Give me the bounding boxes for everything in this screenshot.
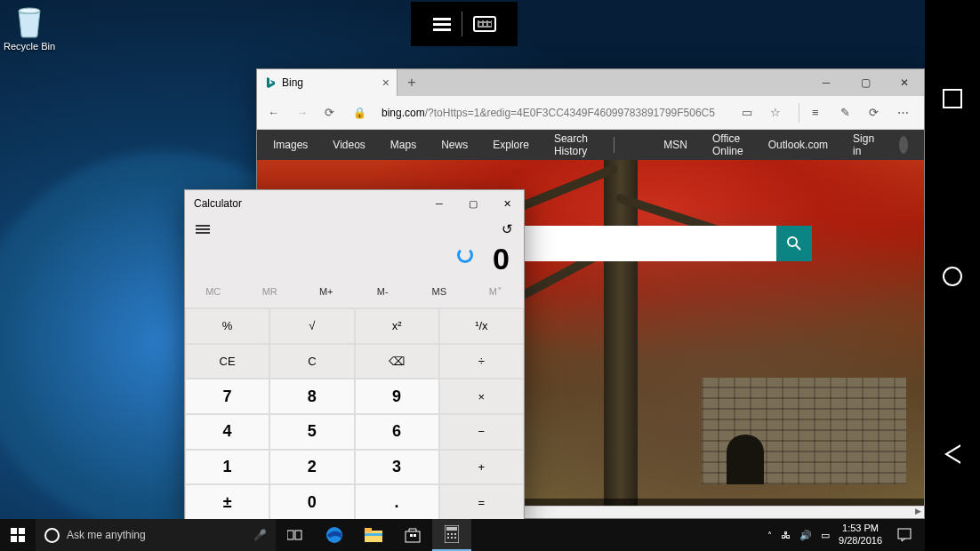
action-center-button[interactable] <box>891 519 918 551</box>
calc-ce[interactable]: CE <box>185 344 269 379</box>
taskbar-store[interactable] <box>393 519 432 551</box>
edge-close-button[interactable]: ✕ <box>885 69 924 96</box>
edge-maximize-button[interactable]: ▢ <box>846 69 885 96</box>
calc-mr[interactable]: MR <box>242 286 299 307</box>
remote-session-toolbar[interactable] <box>411 2 518 46</box>
calc-plus[interactable]: + <box>439 450 524 485</box>
separator <box>614 137 615 153</box>
taskbar-clock[interactable]: 1:53 PM 9/28/2016 <box>839 523 882 547</box>
taskbar-edge[interactable] <box>315 519 354 551</box>
calc-6[interactable]: 6 <box>355 414 439 450</box>
calc-5[interactable]: 5 <box>269 414 354 450</box>
calc-minimize-button[interactable]: ─ <box>422 190 456 217</box>
bing-nav-signin[interactable]: Sign in <box>853 132 874 157</box>
bing-nav-maps[interactable]: Maps <box>390 139 416 151</box>
svg-point-1 <box>788 237 797 246</box>
calc-equals[interactable]: = <box>439 484 524 520</box>
calc-mplus[interactable]: M+ <box>298 286 355 307</box>
svg-point-23 <box>454 537 456 539</box>
microphone-icon[interactable]: 🎤 <box>253 529 267 541</box>
start-button[interactable] <box>0 519 36 551</box>
search-icon <box>786 236 802 252</box>
calc-mc[interactable]: MC <box>185 286 242 307</box>
new-tab-button[interactable]: + <box>398 69 426 96</box>
calc-0[interactable]: 0 <box>269 484 354 520</box>
taskbar-calculator[interactable] <box>432 519 471 551</box>
cortana-icon <box>44 528 60 543</box>
calc-display: 0 <box>185 242 524 286</box>
bing-nav-videos[interactable]: Videos <box>333 139 365 151</box>
calc-backspace[interactable]: ⌫ <box>355 344 439 379</box>
webnote-icon[interactable]: ✎ <box>840 106 856 119</box>
more-icon[interactable]: ⋯ <box>897 106 913 119</box>
forward-button[interactable]: → <box>296 106 312 119</box>
browser-tab-bing[interactable]: Bing × <box>257 69 398 96</box>
android-recent-button[interactable] <box>943 89 962 108</box>
taskbar-file-explorer[interactable] <box>354 519 393 551</box>
calc-title: Calculator <box>194 197 242 210</box>
task-view-button[interactable] <box>276 519 315 551</box>
calc-1[interactable]: 1 <box>185 450 269 485</box>
calc-ms[interactable]: MS <box>411 286 468 307</box>
calc-c[interactable]: C <box>269 344 354 379</box>
address-bar[interactable]: bing.com/?toHttps=1&redig=4E0F3CC4349F46… <box>382 107 729 119</box>
svg-rect-6 <box>19 536 25 542</box>
tab-close-button[interactable]: × <box>382 76 390 90</box>
calc-multiply[interactable]: × <box>439 379 524 414</box>
recycle-bin-icon[interactable]: Recycle Bin <box>2 4 57 52</box>
calc-titlebar: Calculator ─ ▢ ✕ <box>185 190 524 217</box>
edge-minimize-button[interactable]: ─ <box>807 69 846 96</box>
share-icon[interactable]: ⟳ <box>869 106 885 119</box>
refresh-button[interactable]: ⟳ <box>325 106 341 119</box>
calculator-window: Calculator ─ ▢ ✕ ↺ 0 MC MR M+ M- MS M˅ %… <box>184 189 525 521</box>
keyboard-icon[interactable] <box>473 16 496 32</box>
calc-4[interactable]: 4 <box>185 414 269 450</box>
bing-nav-explore[interactable]: Explore <box>493 139 529 151</box>
calc-history-button[interactable]: ↺ <box>502 221 513 237</box>
network-icon[interactable]: 🖧 <box>781 530 791 540</box>
calc-mlist[interactable]: M˅ <box>468 286 525 307</box>
calc-2[interactable]: 2 <box>269 450 354 485</box>
taskbar: Ask me anything 🎤 ˄ 🖧 🔊 ▭ 1:53 PM 9/28/2… <box>0 519 925 551</box>
calc-percent[interactable]: % <box>185 308 269 344</box>
calc-mminus[interactable]: M- <box>355 286 412 307</box>
volume-icon[interactable]: 🔊 <box>799 530 812 541</box>
svg-rect-12 <box>365 533 382 536</box>
calc-3[interactable]: 3 <box>355 450 439 485</box>
calc-maximize-button[interactable]: ▢ <box>456 190 490 217</box>
calc-square[interactable]: x² <box>355 308 439 344</box>
calc-divide[interactable]: ÷ <box>439 344 524 379</box>
calc-decimal[interactable]: . <box>355 484 439 520</box>
android-back-button[interactable] <box>944 444 960 480</box>
bing-nav-history[interactable]: Search History <box>554 132 589 157</box>
calc-sqrt[interactable]: √ <box>269 308 354 344</box>
search-button[interactable] <box>776 226 812 261</box>
tray-overflow-button[interactable]: ˄ <box>767 531 772 540</box>
bing-nav-office[interactable]: Office Online <box>712 132 743 157</box>
calc-9[interactable]: 9 <box>355 379 439 414</box>
calc-reciprocal[interactable]: ¹/x <box>439 308 524 344</box>
favorite-icon[interactable]: ☆ <box>770 106 786 119</box>
svg-point-0 <box>19 8 40 13</box>
reading-view-icon[interactable]: ▭ <box>742 106 758 119</box>
android-navigation-bar <box>925 0 980 551</box>
bing-nav-msn[interactable]: MSN <box>663 139 687 151</box>
back-button[interactable]: ← <box>268 106 284 119</box>
calc-menu-button[interactable] <box>196 223 210 236</box>
input-icon[interactable]: ▭ <box>821 530 830 541</box>
user-avatar-icon[interactable] <box>899 136 908 154</box>
calc-close-button[interactable]: ✕ <box>490 190 524 217</box>
bing-nav-news[interactable]: News <box>441 139 468 151</box>
system-tray: ˄ 🖧 🔊 ▭ 1:53 PM 9/28/2016 <box>760 519 925 551</box>
bing-nav-outlook[interactable]: Outlook.com <box>768 139 828 151</box>
svg-rect-5 <box>11 536 17 542</box>
calc-7[interactable]: 7 <box>185 379 269 414</box>
menu-icon[interactable] <box>433 15 451 34</box>
calc-negate[interactable]: ± <box>185 484 269 520</box>
cortana-search-box[interactable]: Ask me anything 🎤 <box>36 519 276 551</box>
bing-nav-images[interactable]: Images <box>273 139 308 151</box>
calc-minus[interactable]: − <box>439 414 524 450</box>
android-home-button[interactable] <box>943 267 962 286</box>
calc-8[interactable]: 8 <box>269 379 354 414</box>
hub-icon[interactable]: ≡ <box>812 106 828 119</box>
